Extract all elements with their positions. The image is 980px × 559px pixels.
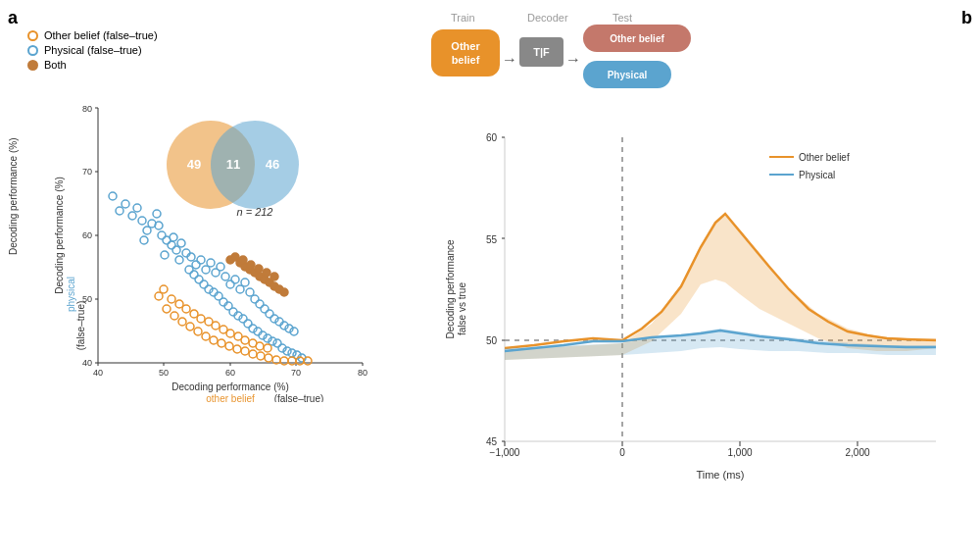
svg-point-59 [251, 295, 259, 303]
legend-item-both: Both [27, 59, 158, 71]
svg-rect-152 [505, 137, 936, 441]
svg-text:(false–true): (false–true) [274, 393, 324, 402]
svg-point-26 [211, 121, 299, 209]
svg-point-74 [190, 271, 198, 279]
svg-point-146 [255, 265, 263, 273]
svg-point-98 [168, 295, 175, 303]
svg-point-33 [122, 200, 129, 208]
svg-text:60: 60 [225, 368, 235, 378]
svg-point-94 [288, 349, 296, 357]
svg-point-111 [264, 344, 271, 352]
svg-point-112 [155, 292, 163, 300]
svg-point-62 [266, 310, 273, 318]
svg-point-73 [185, 266, 193, 274]
svg-point-85 [244, 320, 252, 328]
svg-point-120 [218, 339, 225, 347]
svg-point-54 [226, 280, 234, 288]
svg-point-121 [225, 342, 233, 350]
svg-point-143 [231, 253, 239, 261]
svg-point-102 [197, 315, 205, 323]
svg-text:80: 80 [358, 368, 368, 378]
svg-point-31 [109, 192, 117, 200]
svg-point-122 [233, 345, 241, 353]
svg-text:50: 50 [159, 368, 169, 378]
svg-text:80: 80 [82, 104, 92, 114]
svg-point-70 [161, 251, 169, 259]
train-label: Train [451, 12, 475, 24]
svg-text:Decoding performance (%): Decoding performance (%) [172, 381, 289, 392]
svg-point-108 [241, 336, 249, 344]
svg-text:55: 55 [486, 234, 498, 245]
svg-text:45: 45 [486, 436, 498, 447]
svg-text:60: 60 [82, 230, 92, 240]
svg-point-53 [221, 273, 229, 280]
svg-point-71 [170, 233, 177, 241]
svg-point-124 [249, 350, 257, 358]
svg-text:70: 70 [82, 167, 92, 177]
svg-point-148 [270, 273, 278, 280]
svg-point-115 [178, 318, 186, 326]
svg-text:Decoding performance (%): Decoding performance (%) [54, 177, 65, 294]
svg-point-44 [177, 239, 185, 247]
svg-point-91 [273, 339, 281, 347]
legend-icon-physical [27, 45, 38, 56]
svg-point-35 [133, 204, 141, 212]
scatter-plot: 40 50 60 70 80 40 50 60 70 80 Decoding p… [49, 98, 392, 402]
svg-text:Physical: Physical [799, 170, 835, 180]
svg-point-126 [265, 354, 272, 362]
svg-text:50: 50 [486, 335, 498, 346]
svg-point-39 [153, 210, 161, 218]
svg-point-117 [194, 328, 202, 335]
svg-point-76 [200, 280, 208, 288]
svg-point-114 [171, 312, 178, 320]
svg-point-42 [168, 241, 175, 249]
svg-text:other belief: other belief [206, 393, 255, 402]
svg-point-60 [256, 300, 264, 308]
svg-point-128 [280, 357, 288, 365]
svg-point-125 [257, 352, 265, 360]
svg-point-123 [241, 347, 249, 355]
svg-text:1,000: 1,000 [727, 447, 752, 458]
svg-point-75 [195, 276, 203, 283]
panel-b-label: b [961, 8, 972, 28]
svg-point-72 [175, 256, 183, 264]
svg-text:2,000: 2,000 [845, 447, 869, 458]
scatter-y-axis-label: Decoding performance (%) [8, 216, 19, 255]
svg-point-113 [163, 305, 171, 313]
svg-point-129 [288, 357, 296, 365]
svg-point-55 [231, 276, 239, 283]
svg-point-100 [182, 305, 190, 313]
decoder-diagram: Train Decoder Test Otherbelief → T|F → O… [421, 10, 960, 127]
svg-point-32 [116, 207, 123, 215]
svg-point-48 [197, 256, 205, 264]
svg-point-52 [217, 263, 224, 271]
svg-text:n = 212: n = 212 [236, 206, 272, 218]
panel-a-label: a [8, 8, 18, 28]
svg-point-116 [186, 323, 194, 330]
svg-point-142 [280, 288, 288, 296]
tf-box: T|F [519, 37, 564, 67]
test-other-belief-box: Other belief [583, 25, 691, 52]
svg-point-68 [140, 236, 148, 244]
svg-text:Time (ms): Time (ms) [696, 469, 744, 481]
svg-point-145 [247, 261, 255, 269]
svg-point-118 [202, 332, 210, 340]
svg-text:(false–true): (false–true) [75, 301, 86, 351]
svg-point-104 [212, 322, 220, 330]
svg-text:70: 70 [291, 368, 301, 378]
svg-text:49: 49 [187, 157, 201, 172]
svg-point-36 [138, 217, 146, 225]
svg-point-57 [241, 279, 249, 286]
test-physical-box: Physical [583, 61, 671, 88]
legend-item-physical: Physical (false–true) [27, 44, 158, 56]
svg-text:false vs true: false vs true [457, 282, 467, 335]
svg-point-119 [210, 336, 218, 344]
svg-text:Other belief: Other belief [799, 152, 850, 163]
legend: Other belief (false–true) Physical (fals… [27, 29, 158, 71]
svg-text:−1,000: −1,000 [490, 447, 520, 458]
svg-text:11: 11 [226, 157, 240, 172]
svg-point-144 [239, 256, 247, 264]
legend-icon-both [27, 60, 38, 71]
other-belief-box: Otherbelief [431, 29, 500, 76]
svg-point-106 [226, 330, 234, 337]
